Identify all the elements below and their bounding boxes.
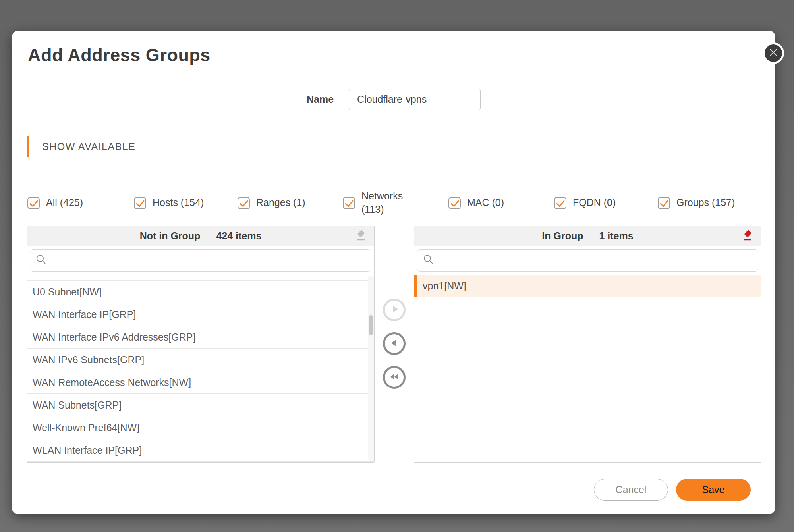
filter-all[interactable]: All (425) bbox=[27, 188, 83, 218]
in-group-panel: In Group 1 items vpn1[NW] bbox=[414, 226, 761, 463]
panel-title: In Group bbox=[542, 230, 583, 242]
dialog-footer: Cancel Save bbox=[594, 479, 751, 501]
checkbox-checked-icon[interactable] bbox=[343, 197, 355, 209]
panel-title: Not in Group bbox=[140, 230, 201, 242]
filter-label: FQDN (0) bbox=[573, 196, 616, 210]
list-item[interactable]: WAN Interface IP[GRP] bbox=[27, 303, 374, 326]
panel-count: 1 items bbox=[599, 230, 633, 242]
checkbox-checked-icon[interactable] bbox=[238, 197, 250, 209]
arrow-right-icon bbox=[389, 304, 400, 316]
section-accent-bar bbox=[27, 136, 29, 157]
filter-label: Networks (113) bbox=[361, 189, 406, 216]
close-icon bbox=[768, 47, 779, 59]
cancel-button[interactable]: Cancel bbox=[594, 479, 668, 501]
move-all-left-button[interactable] bbox=[383, 366, 406, 389]
arrow-left-icon bbox=[389, 337, 400, 350]
move-left-button[interactable] bbox=[383, 332, 406, 355]
filter-fqdn[interactable]: FQDN (0) bbox=[554, 188, 616, 218]
double-arrow-left-icon bbox=[388, 371, 400, 384]
name-row: Name bbox=[12, 89, 775, 110]
filter-networks[interactable]: Networks (113) bbox=[343, 188, 406, 218]
close-button[interactable] bbox=[763, 42, 784, 64]
filter-ranges[interactable]: Ranges (1) bbox=[238, 188, 305, 218]
filter-mac[interactable]: MAC (0) bbox=[448, 188, 504, 218]
not-in-group-panel: Not in Group 424 items bbox=[27, 226, 375, 463]
add-address-groups-dialog: Add Address Groups Name SHOW AVAILABLE A… bbox=[12, 31, 775, 514]
search-input[interactable] bbox=[51, 250, 365, 271]
clear-list-button[interactable] bbox=[742, 230, 754, 242]
filter-label: Ranges (1) bbox=[256, 196, 305, 210]
scrollbar-thumb[interactable] bbox=[369, 315, 373, 335]
list-item[interactable]: WAN RemoteAccess Networks[NW] bbox=[27, 371, 374, 394]
panel-count: 424 items bbox=[216, 230, 261, 242]
not-in-group-list: U0 Subnet[NW] WAN Interface IP[GRP] WAN … bbox=[27, 275, 374, 462]
checkbox-checked-icon[interactable] bbox=[134, 197, 146, 209]
in-group-header: In Group 1 items bbox=[414, 226, 761, 246]
move-right-button[interactable] bbox=[383, 299, 406, 321]
list-item[interactable]: WAN Subnets[GRP] bbox=[27, 394, 374, 416]
list-item[interactable]: Well-Known Pref64[NW] bbox=[27, 416, 374, 439]
checkbox-checked-icon[interactable] bbox=[27, 197, 40, 209]
filter-label: Hosts (154) bbox=[153, 196, 204, 210]
search-input[interactable] bbox=[438, 250, 752, 271]
in-group-list: vpn1[NW] bbox=[414, 275, 761, 462]
not-in-group-search bbox=[30, 249, 371, 272]
not-in-group-header: Not in Group 424 items bbox=[27, 226, 374, 246]
filter-groups[interactable]: Groups (157) bbox=[658, 188, 735, 218]
in-group-search bbox=[417, 249, 758, 272]
partial-row bbox=[27, 275, 374, 281]
list-item[interactable]: WLAN Interface IP[GRP] bbox=[27, 439, 374, 462]
list-item-selected[interactable]: vpn1[NW] bbox=[414, 275, 761, 297]
filter-label: MAC (0) bbox=[467, 196, 504, 210]
name-input[interactable] bbox=[349, 89, 481, 110]
name-label: Name bbox=[307, 94, 334, 105]
clear-list-button[interactable] bbox=[355, 230, 367, 242]
section-title: SHOW AVAILABLE bbox=[42, 141, 135, 152]
filter-checkbox-row: All (425) Hosts (154) Ranges (1) Network… bbox=[12, 188, 775, 218]
search-icon bbox=[36, 254, 47, 267]
filter-label: All (425) bbox=[46, 196, 83, 210]
list-item[interactable]: WAN Interface IPv6 Addresses[GRP] bbox=[27, 326, 374, 349]
checkbox-checked-icon[interactable] bbox=[554, 197, 566, 209]
show-available-section: SHOW AVAILABLE bbox=[27, 135, 135, 158]
list-item[interactable]: U0 Subnet[NW] bbox=[27, 281, 374, 303]
dialog-title: Add Address Groups bbox=[28, 45, 211, 66]
filter-hosts[interactable]: Hosts (154) bbox=[134, 188, 204, 218]
scrollbar-track[interactable] bbox=[368, 276, 374, 461]
filter-label: Groups (157) bbox=[676, 196, 735, 210]
save-button[interactable]: Save bbox=[676, 479, 751, 501]
list-item[interactable]: WAN IPv6 Subnets[GRP] bbox=[27, 349, 374, 371]
checkbox-checked-icon[interactable] bbox=[658, 197, 670, 209]
checkbox-checked-icon[interactable] bbox=[448, 197, 461, 209]
eraser-icon bbox=[742, 229, 753, 243]
eraser-icon bbox=[355, 229, 367, 243]
search-icon bbox=[423, 254, 434, 267]
